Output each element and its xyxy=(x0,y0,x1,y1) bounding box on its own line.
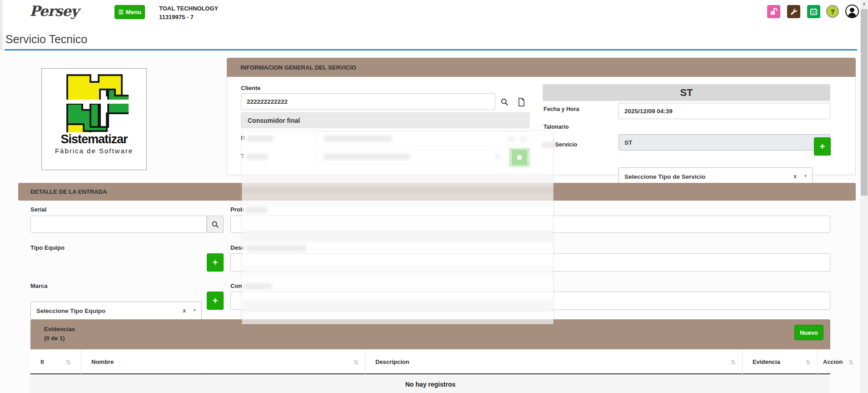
cliente-document-button[interactable] xyxy=(514,95,528,109)
tipo-equipo-plus-icon: + xyxy=(213,257,218,268)
redacted-green-button[interactable] xyxy=(512,150,527,165)
calendar-icon[interactable] xyxy=(807,5,820,18)
avatar-body xyxy=(848,13,856,18)
scrollbar-track[interactable]: ∧ xyxy=(860,0,868,393)
serial-label: Serial xyxy=(30,206,46,213)
vendor-logo-title: Sistematizar xyxy=(42,132,146,146)
brand-logo: Persey xyxy=(30,3,79,19)
vendor-logo-card: Sistematizar Fábrica de Software xyxy=(41,68,147,170)
servicio-label-text: Servicio xyxy=(555,141,577,148)
redacted-input-2[interactable] xyxy=(317,150,502,164)
column-header-accion[interactable]: Accion ⇅ xyxy=(817,349,830,374)
sistematizar-logo-icon xyxy=(60,72,129,132)
column-header-descripcion[interactable]: Descripcion ⇅ xyxy=(365,349,742,374)
tipo-equipo-placeholder: Seleccione Tipo Equipo xyxy=(36,307,105,314)
nuevo-button-label: Nuevo xyxy=(800,329,818,336)
nuevo-button[interactable]: Nuevo xyxy=(794,325,823,340)
cliente-field-wrap xyxy=(241,93,495,110)
column-accion-label: Accion xyxy=(823,358,843,365)
plus-icon: + xyxy=(820,141,825,152)
serial-input[interactable] xyxy=(30,216,207,233)
tipo-equipo-select[interactable]: Seleccione Tipo Equipo x ▼ xyxy=(30,302,202,320)
cliente-search-button[interactable] xyxy=(498,95,511,109)
marca-plus-icon: + xyxy=(213,296,218,306)
fecha-input[interactable] xyxy=(619,103,830,119)
vendor-logo-subtitle: Fábrica de Software xyxy=(42,147,146,155)
redacted-green-button-halo xyxy=(509,148,530,167)
unlock-glyph xyxy=(770,8,778,15)
wrench-icon[interactable] xyxy=(787,5,800,18)
redacted-input-1-value xyxy=(324,136,392,141)
marca-label: Marca xyxy=(30,282,48,289)
descripcion-label-prefix: Desc xyxy=(230,244,244,251)
wrench-glyph xyxy=(790,8,798,15)
service-type-header-text: ST xyxy=(680,87,693,99)
tipo-equipo-caret-icon: ▼ xyxy=(193,308,197,312)
redacted-label-2: T xyxy=(241,153,268,160)
servicio-clear-icon[interactable]: x xyxy=(793,173,797,180)
column-it-label: It xyxy=(40,358,44,365)
serial-search-button[interactable] xyxy=(207,216,224,233)
column-descripcion-label: Descripcion xyxy=(375,358,409,365)
servicio-placeholder: Seleccione Tipo de Servicio xyxy=(624,173,705,180)
servicio-label-blur xyxy=(542,142,554,148)
redacted-input-1-caret xyxy=(520,136,526,142)
consumidor-final-bar: Consumidor final xyxy=(241,112,529,128)
redacted-label-1: R xyxy=(241,135,273,141)
tipo-equipo-add-button[interactable]: + xyxy=(207,253,224,272)
sort-icon: ⇅ xyxy=(806,358,811,365)
tipo-equipo-clear-icon[interactable]: x xyxy=(183,307,186,314)
page-title: Servicio Tecnico xyxy=(5,33,87,46)
descripcion-field-wrap xyxy=(230,253,830,272)
problema-input[interactable] xyxy=(230,216,830,233)
company-name: TOAL TECHNOLOGY xyxy=(159,4,218,13)
evidencias-table-header: It ⇅ Nombre ⇅ Descripcion ⇅ Evidencia ⇅ … xyxy=(30,349,830,374)
redacted-input-1[interactable] xyxy=(317,131,530,146)
unlock-icon[interactable] xyxy=(767,5,780,18)
evidencias-header: Evidencias (0 de 1) xyxy=(30,319,830,349)
scrollbar-up-icon[interactable]: ∧ xyxy=(860,0,868,7)
green-button-glyph xyxy=(517,155,522,160)
redacted-label-1-prefix: R xyxy=(241,135,245,141)
servicio-add-button[interactable]: + xyxy=(814,137,831,156)
column-nombre-label: Nombre xyxy=(91,358,114,365)
user-avatar[interactable] xyxy=(845,5,859,18)
condiciones-field-wrap xyxy=(230,292,830,310)
cliente-input[interactable] xyxy=(241,93,495,110)
redacted-input-1-clear xyxy=(508,136,514,142)
problema-label: Prob xyxy=(230,206,267,213)
problema-field-wrap xyxy=(230,216,830,233)
column-evidencia-label: Evidencia xyxy=(753,358,780,365)
redacted-control-chip xyxy=(494,154,501,160)
menu-button[interactable]: ☰ Menu xyxy=(115,5,145,19)
empty-text: No hay registros xyxy=(405,381,455,388)
help-icon[interactable]: ? xyxy=(826,5,839,18)
column-header-nombre[interactable]: Nombre ⇅ xyxy=(81,349,365,374)
marca-add-button[interactable]: + xyxy=(207,292,224,310)
servicio-caret-icon: ▼ xyxy=(803,174,808,178)
problema-label-blur xyxy=(245,207,267,213)
redacted-label-2-prefix: T xyxy=(241,153,244,160)
descripcion-label-blur xyxy=(246,245,306,251)
document-icon xyxy=(518,98,525,106)
talonario-select[interactable]: ST ▼ xyxy=(619,134,830,151)
descripcion-label: Desc xyxy=(230,244,306,251)
servicio-label: Servicio xyxy=(542,141,577,148)
column-header-it[interactable]: It ⇅ xyxy=(30,349,81,374)
evidencias-title-block: Evidencias (0 de 1) xyxy=(30,319,75,343)
scrollbar-thumb[interactable] xyxy=(861,9,868,196)
cliente-label: Cliente xyxy=(241,85,260,91)
tipo-equipo-label: Tipo Equipo xyxy=(30,244,65,251)
column-header-evidencia[interactable]: Evidencia ⇅ xyxy=(742,349,817,374)
service-type-header: ST xyxy=(543,84,830,101)
condiciones-label: Con xyxy=(230,282,272,289)
redacted-label-2-blur xyxy=(246,154,268,160)
descripcion-input[interactable] xyxy=(230,253,830,272)
serial-field-wrap xyxy=(30,216,207,233)
detalle-panel-title: DETALLE DE LA ENTRADA xyxy=(30,188,107,195)
talonario-value: ST xyxy=(624,139,632,146)
search-icon xyxy=(500,98,509,106)
condiciones-input[interactable] xyxy=(230,292,830,310)
redacted-input-2-value xyxy=(324,154,410,160)
help-glyph: ? xyxy=(830,8,834,15)
